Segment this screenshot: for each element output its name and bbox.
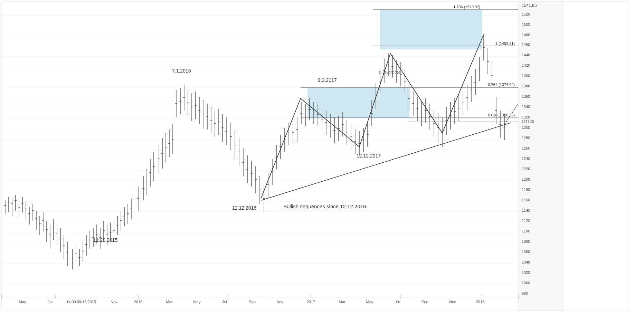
svg-text:1480: 1480 xyxy=(522,33,530,37)
svg-text:1440: 1440 xyxy=(522,53,530,57)
svg-text:1520: 1520 xyxy=(522,12,530,16)
price-top: 1541.65 xyxy=(522,3,537,8)
svg-text:1280: 1280 xyxy=(522,136,530,140)
svg-text:1020: 1020 xyxy=(522,270,530,275)
upper-target-box xyxy=(380,10,482,49)
svg-text:Nov: Nov xyxy=(276,300,283,304)
date-12-12-2017: 12.12.2017 xyxy=(357,153,381,159)
svg-text:1400: 1400 xyxy=(522,74,530,78)
svg-text:Sep: Sep xyxy=(249,300,256,304)
svg-text:1180: 1180 xyxy=(522,188,530,192)
svg-text:1360: 1360 xyxy=(522,94,530,98)
svg-text:Nov: Nov xyxy=(449,300,456,304)
date-12-12-2016: 12.12.2016 xyxy=(232,205,256,211)
svg-text:1220: 1220 xyxy=(522,167,530,171)
svg-text:14:00 09/16/2015: 14:00 09/16/2015 xyxy=(66,300,96,304)
lower-support-box xyxy=(307,87,409,118)
svg-text:May: May xyxy=(19,300,26,304)
svg-text:1160: 1160 xyxy=(522,198,530,202)
svg-text:1420: 1420 xyxy=(522,63,530,67)
svg-text:Jul: Jul xyxy=(222,300,227,304)
svg-text:1500: 1500 xyxy=(522,22,530,27)
svg-text:1040: 1040 xyxy=(522,260,530,264)
svg-text:1317.98: 1317.98 xyxy=(522,120,534,124)
svg-text:2018: 2018 xyxy=(476,300,484,304)
svg-text:1140: 1140 xyxy=(522,208,530,212)
date-11-29-2015: 11.29.2015 xyxy=(93,237,117,243)
bullish-label: Bullish sequences since 12.12.2016 xyxy=(283,203,366,209)
svg-text:1120: 1120 xyxy=(522,219,530,223)
svg-text:1300: 1300 xyxy=(522,125,530,130)
svg-text:Jul: Jul xyxy=(48,300,53,304)
svg-text:1240: 1240 xyxy=(522,156,530,161)
svg-text:1060: 1060 xyxy=(522,250,530,254)
svg-text:Jul: Jul xyxy=(395,300,400,304)
svg-text:1460: 1460 xyxy=(522,42,530,47)
svg-text:2016: 2016 xyxy=(134,300,142,304)
svg-text:1000: 1000 xyxy=(522,281,530,285)
date-1-25-2018: 1.25.2018 xyxy=(378,70,400,75)
date-7-1-2016: 7.1.2016 xyxy=(172,68,191,74)
level-1236-label: 1.236 (1529.97) xyxy=(453,5,480,9)
date-9-3-2017: 9.3.2017 xyxy=(318,77,337,83)
svg-text:1340: 1340 xyxy=(522,105,530,109)
svg-text:1080: 1080 xyxy=(522,239,530,243)
level-1-label: 1 (1452.21) xyxy=(495,41,515,46)
svg-text:1200: 1200 xyxy=(522,177,530,181)
svg-text:May: May xyxy=(366,300,373,304)
svg-text:1100: 1100 xyxy=(522,229,530,233)
svg-text:1380: 1380 xyxy=(522,84,530,88)
svg-text:Sep: Sep xyxy=(422,300,428,304)
svg-text:1320: 1320 xyxy=(522,115,530,119)
svg-text:Mar: Mar xyxy=(339,300,345,304)
svg-text:1260: 1260 xyxy=(522,146,530,150)
svg-text:2017: 2017 xyxy=(307,300,315,304)
svg-text:Mar: Mar xyxy=(166,300,173,304)
chart-svg: 1541.65 1520 1500 1480 1460 1440 1420 14… xyxy=(0,0,644,325)
svg-text:980: 980 xyxy=(522,291,528,295)
svg-text:Nov: Nov xyxy=(111,300,117,304)
svg-text:May: May xyxy=(193,300,201,304)
chart-container: XAU A0-FX, $USD/GOLD NY SPOT(OUNCE)COMPO… xyxy=(0,0,644,325)
